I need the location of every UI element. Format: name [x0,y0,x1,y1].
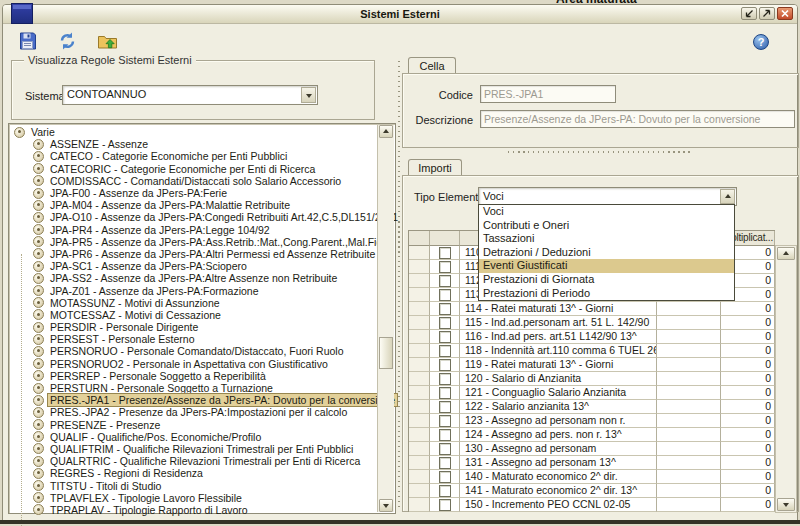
checkbox-cell[interactable] [430,302,460,316]
table-row[interactable]: 123 - Assegno ad personam non r. 0 [409,414,775,428]
checkbox-cell[interactable] [430,386,460,400]
row-checkbox[interactable] [439,429,451,441]
tree-item[interactable]: JPA-PR6 - Assenze da JPers-PA:Altri Perm… [11,248,379,260]
scroll-down-button[interactable] [777,498,795,511]
table-row[interactable]: 120 - Salario di Anzianita 0 [409,372,775,386]
tree-item[interactable]: JPA-SC1 - Assenze da JPers-PA:Sciopero [11,260,379,272]
tree-node-expander-icon[interactable] [33,273,44,284]
tree-node-expander-icon[interactable] [33,297,44,308]
row-checkbox[interactable] [439,359,451,371]
tree-node-expander-icon[interactable] [33,358,44,369]
row-checkbox[interactable] [439,485,451,497]
table-scrollbar[interactable] [775,245,797,513]
tree-node-expander-icon[interactable] [33,468,44,479]
tree-node-expander-icon[interactable] [33,395,44,406]
row-checkbox[interactable] [439,289,451,301]
scroll-up-button[interactable] [379,125,393,138]
checkbox-cell[interactable] [430,274,460,288]
tree-item[interactable]: JPA-O10 - Assenze da JPers-PA:Congedi Re… [11,211,379,223]
help-button[interactable]: ? [753,34,769,50]
tree-node-expander-icon[interactable] [14,127,25,138]
codice-field[interactable]: PRES.-JPA1 [480,85,616,103]
checkbox-cell[interactable] [430,428,460,442]
sistema-dropdown-button[interactable] [301,87,316,103]
checkbox-cell[interactable] [430,260,460,274]
tree-item[interactable]: JPA-Z01 - Assenze da JPers-PA:Formazione [11,284,379,296]
tree-item[interactable]: COMDISSACC - Comandati/Distaccati solo S… [11,175,379,187]
table-row[interactable]: 130 - Assegno ad personam 0 [409,442,775,456]
tab-cella[interactable]: Cella [408,57,456,74]
tree-node-expander-icon[interactable] [33,212,44,223]
tree-item[interactable]: TITSTU - Titoli di Studio [11,479,379,491]
tree-item[interactable]: CATECO - Categorie Economiche per Enti P… [11,150,379,162]
tree-node-expander-icon[interactable] [33,188,44,199]
table-row[interactable]: 150 - Incremento PEO CCNL 02-05 0 [409,498,775,512]
tab-importi[interactable]: Importi [408,159,462,176]
checkbox-cell[interactable] [430,498,460,512]
tree-root-varie[interactable]: Varie [11,126,379,138]
scroll-down-button[interactable] [379,499,393,512]
tree-node-expander-icon[interactable] [33,443,44,454]
close-button[interactable] [777,7,793,20]
dropdown-item[interactable]: Tassazioni [479,232,734,246]
tree-item[interactable]: PRESENZE - Presenze [11,419,379,431]
refresh-button[interactable] [57,31,79,51]
table-row[interactable]: 124 - Assegno ad pers. non r. 13^ 0 [409,428,775,442]
tree-node-expander-icon[interactable] [33,346,44,357]
scroll-up-button[interactable] [777,247,795,260]
tree-item[interactable]: JPA-M04 - Assenze da JPers-PA:Malattie R… [11,199,379,211]
dropdown-item[interactable]: Prestazioni di Periodo [479,287,734,301]
row-checkbox[interactable] [439,499,451,511]
tree-node-expander-icon[interactable] [33,322,44,333]
tree-item[interactable]: PRES.-JPA1 - Presenze/Assenze da JPers-P… [11,394,379,406]
tree-item[interactable]: TPRAPLAV - Tipologie Rapporto di Lavoro [11,504,379,516]
tree-item[interactable]: JPA-PR5 - Assenze da JPers-PA:Ass.Retrib… [11,236,379,248]
table-row[interactable]: 115 - Ind.ad.personam art. 51 L. 142/90 … [409,316,775,330]
tree-node-expander-icon[interactable] [33,285,44,296]
tree-item[interactable]: PERSREP - Personale Soggetto a Reperibil… [11,370,379,382]
tree-item[interactable]: ASSENZE - Assenze [11,138,379,150]
tree-node-expander-icon[interactable] [33,492,44,503]
exit-button[interactable] [97,31,119,51]
table-row[interactable]: 114 - Ratei maturati 13^ - Giorni 0 [409,302,775,316]
checkbox-cell[interactable] [430,372,460,386]
tree-node-expander-icon[interactable] [33,224,44,235]
table-row[interactable]: 119 - Ratei maturati 13^ - Giorni 0 [409,358,775,372]
row-checkbox[interactable] [439,261,451,273]
tree-node-expander-icon[interactable] [33,504,44,515]
table-row[interactable]: 116 - Ind.ad pers. art.51 L142/90 13^ 0 [409,330,775,344]
descrizione-field[interactable]: Presenze/Assenze da JPers-PA: Dovuto per… [480,110,795,128]
row-checkbox[interactable] [439,415,451,427]
row-checkbox[interactable] [439,345,451,357]
dropdown-item[interactable]: Contributi e Oneri [479,219,734,233]
tree-item[interactable]: PERSDIR - Personale Dirigente [11,321,379,333]
dropdown-item[interactable]: Detrazioni / Deduzioni [479,246,734,260]
checkbox-cell[interactable] [430,484,460,498]
tree-node-expander-icon[interactable] [33,248,44,259]
tree-node-expander-icon[interactable] [33,419,44,430]
tree-item[interactable]: PERSNORUO - Personale Comandato/Distacca… [11,345,379,357]
tree-item[interactable]: TPLAVFLEX - Tipologie Lavoro Flessibile [11,492,379,504]
tree-item[interactable]: PRES.-JPA2 - Presenze da JPers-PA:Impost… [11,406,379,418]
row-checkbox[interactable] [439,387,451,399]
table-row[interactable]: 118 - Indennità art.110 comma 6 TUEL 267… [409,344,775,358]
minimize-button[interactable] [741,7,757,20]
table-row[interactable]: 140 - Maturato economico 2^ dir. 0 [409,470,775,484]
tree-item[interactable]: PERSTURN - Personale Soggetto a Turnazio… [11,382,379,394]
row-checkbox[interactable] [439,317,451,329]
dropdown-item[interactable]: Voci [479,205,734,219]
checkbox-cell[interactable] [430,456,460,470]
tree-node-expander-icon[interactable] [33,480,44,491]
checkbox-cell[interactable] [430,316,460,330]
tree-node-expander-icon[interactable] [33,261,44,272]
table-row[interactable]: 122 - Salario anzianita 13^ 0 [409,400,775,414]
vertical-splitter[interactable] [398,61,400,509]
systems-tree[interactable]: Varie ASSENZE - Assenze CATECO - Categor… [8,123,396,514]
table-row[interactable]: 141 - Maturato economico 2^ dir. 13^ 0 [409,484,775,498]
tree-node-expander-icon[interactable] [33,151,44,162]
checkbox-cell[interactable] [430,442,460,456]
tree-node-expander-icon[interactable] [33,334,44,345]
checkbox-cell[interactable] [430,414,460,428]
tree-node-expander-icon[interactable] [33,407,44,418]
tree-node-expander-icon[interactable] [33,431,44,442]
